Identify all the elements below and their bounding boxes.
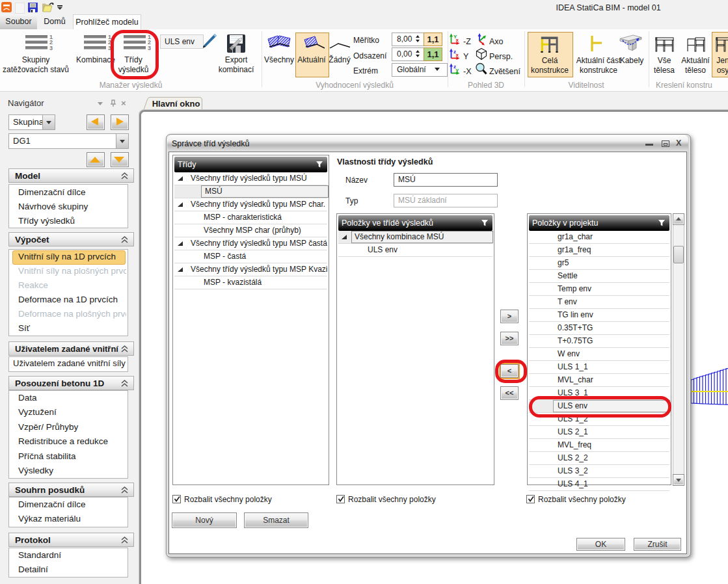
svg-text:y: y [456, 67, 459, 73]
svg-text:x: x [456, 52, 459, 58]
svg-text:x: x [456, 37, 459, 43]
svg-text:3: 3 [49, 45, 53, 51]
